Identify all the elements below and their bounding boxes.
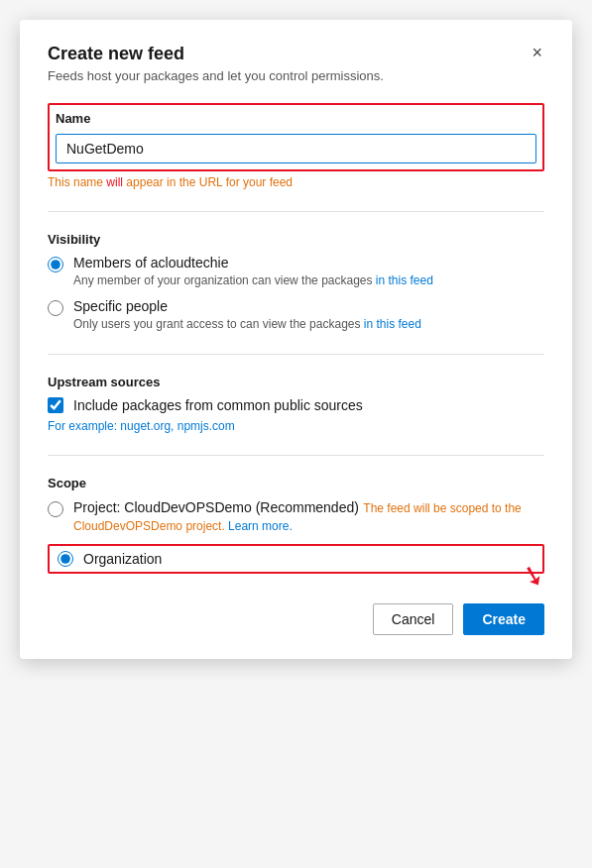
scope-options: Project: CloudDevOPSDemo (Recommended) T… xyxy=(48,498,544,574)
upstream-example: For example: nuget.org, npmjs.com xyxy=(48,419,544,433)
create-feed-dialog: Create new feed × Feeds host your packag… xyxy=(20,20,572,659)
dialog-footer: ➘ Cancel Create xyxy=(48,603,544,635)
visibility-section: Visibility Members of acloudtechie Any m… xyxy=(48,232,544,332)
visibility-option-members[interactable]: Members of acloudtechie Any member of yo… xyxy=(48,255,544,288)
name-section: Name This name will appear in the URL fo… xyxy=(48,103,544,189)
visibility-members-link[interactable]: in this feed xyxy=(376,273,433,287)
scope-radio-org[interactable] xyxy=(58,551,73,567)
visibility-specific-text: Specific people Only users you grant acc… xyxy=(73,298,421,332)
divider-3 xyxy=(48,455,544,456)
visibility-members-label: Members of acloudtechie xyxy=(73,255,433,271)
visibility-label: Visibility xyxy=(48,232,544,247)
cancel-button[interactable]: Cancel xyxy=(373,603,454,635)
name-label: Name xyxy=(56,111,536,126)
divider-2 xyxy=(48,354,544,355)
scope-org-label: Organization xyxy=(83,551,162,567)
scope-project-text: Project: CloudDevOPSDemo (Recommended) T… xyxy=(73,498,544,534)
upstream-checkbox-row: Include packages from common public sour… xyxy=(48,397,544,413)
visibility-radio-group: Members of acloudtechie Any member of yo… xyxy=(48,255,544,332)
close-button[interactable]: × xyxy=(530,44,544,61)
scope-section: Scope Project: CloudDevOPSDemo (Recommen… xyxy=(48,476,544,574)
visibility-members-desc: Any member of your organization can view… xyxy=(73,273,433,287)
hint-highlight: will xyxy=(106,175,123,189)
visibility-option-specific[interactable]: Specific people Only users you grant acc… xyxy=(48,298,544,332)
scope-option-project[interactable]: Project: CloudDevOPSDemo (Recommended) T… xyxy=(48,498,544,534)
visibility-radio-specific[interactable] xyxy=(48,300,63,316)
name-field-wrapper: Name xyxy=(48,103,544,171)
upstream-checkbox[interactable] xyxy=(48,397,63,413)
upstream-label: Upstream sources xyxy=(48,375,544,389)
dialog-title: Create new feed xyxy=(48,44,184,64)
scope-learn-more-link[interactable]: Learn more. xyxy=(228,519,293,533)
scope-org-wrapper: Organization xyxy=(48,544,544,574)
name-input[interactable] xyxy=(56,134,536,163)
dialog-subtitle: Feeds host your packages and let you con… xyxy=(48,68,544,83)
visibility-specific-label: Specific people xyxy=(73,298,421,314)
upstream-checkbox-label: Include packages from common public sour… xyxy=(73,397,363,413)
divider-1 xyxy=(48,211,544,212)
scope-project-label: Project: CloudDevOPSDemo (Recommended) xyxy=(73,499,359,515)
name-hint: This name will appear in the URL for you… xyxy=(48,175,544,189)
dialog-header: Create new feed × xyxy=(48,44,544,64)
upstream-section: Upstream sources Include packages from c… xyxy=(48,375,544,433)
visibility-radio-members[interactable] xyxy=(48,257,63,272)
scope-radio-project[interactable] xyxy=(48,501,63,517)
visibility-specific-desc: Only users you grant access to can view … xyxy=(73,317,421,331)
visibility-members-text: Members of acloudtechie Any member of yo… xyxy=(73,255,433,288)
create-button[interactable]: Create xyxy=(463,603,544,635)
visibility-specific-link[interactable]: in this feed xyxy=(364,317,421,331)
scope-label: Scope xyxy=(48,476,544,490)
